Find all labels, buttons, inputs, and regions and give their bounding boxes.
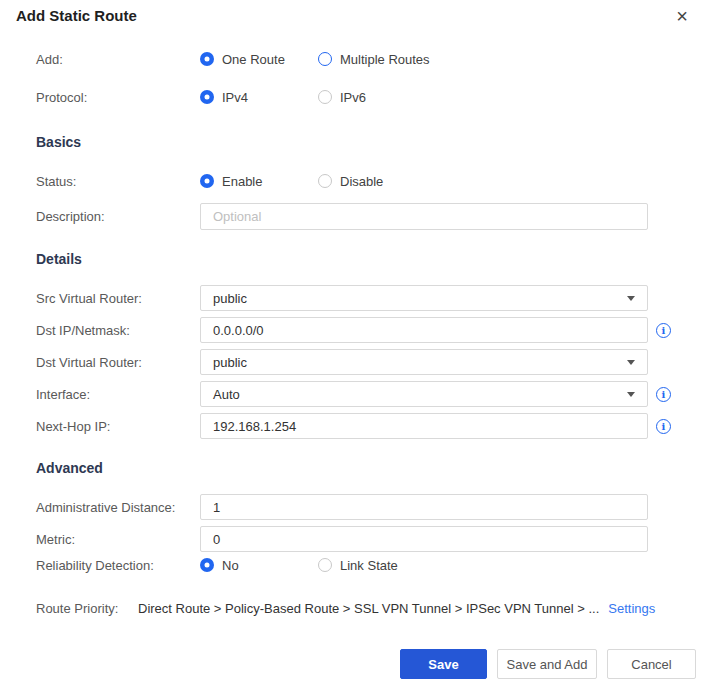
- info-icon[interactable]: i: [656, 419, 671, 434]
- interface-select[interactable]: Auto: [200, 381, 648, 407]
- description-label: Description:: [36, 209, 200, 224]
- administrative-distance-input[interactable]: [200, 494, 648, 520]
- radio-ipv4[interactable]: IPv4: [200, 90, 318, 105]
- src-virtual-router-select[interactable]: public: [200, 285, 648, 311]
- metric-row: Metric:: [36, 526, 706, 552]
- dst-virtual-router-label: Dst Virtual Router:: [36, 355, 200, 370]
- radio-unselected-icon[interactable]: [318, 90, 332, 104]
- reliability-detection-row: Reliability Detection: No Link State: [36, 556, 706, 574]
- route-priority-settings-link[interactable]: Settings: [608, 601, 655, 616]
- cancel-button[interactable]: Cancel: [607, 649, 696, 679]
- protocol-row: Protocol: IPv4 IPv6: [36, 88, 706, 106]
- metric-input[interactable]: [200, 526, 648, 552]
- radio-no-label: No: [222, 558, 239, 573]
- dst-virtual-router-row: Dst Virtual Router: public: [36, 349, 706, 375]
- save-and-add-button[interactable]: Save and Add: [497, 649, 597, 679]
- radio-selected-icon[interactable]: [200, 90, 214, 104]
- radio-ipv6-label: IPv6: [340, 90, 366, 105]
- chevron-down-icon: [627, 296, 635, 301]
- description-input[interactable]: [200, 203, 648, 230]
- metric-label: Metric:: [36, 532, 200, 547]
- radio-enable[interactable]: Enable: [200, 174, 318, 189]
- next-hop-ip-label: Next-Hop IP:: [36, 419, 200, 434]
- radio-disable[interactable]: Disable: [318, 174, 383, 189]
- section-basics: Basics: [36, 134, 81, 150]
- close-icon[interactable]: ×: [670, 4, 694, 28]
- radio-selected-icon[interactable]: [200, 52, 214, 66]
- dst-virtual-router-select[interactable]: public: [200, 349, 648, 375]
- dst-ip-netmask-input[interactable]: [200, 317, 648, 343]
- radio-ipv4-label: IPv4: [222, 90, 248, 105]
- radio-one-route[interactable]: One Route: [200, 52, 318, 67]
- route-priority-value: Direct Route > Policy-Based Route > SSL …: [138, 601, 599, 616]
- administrative-distance-label: Administrative Distance:: [36, 500, 200, 515]
- interface-label: Interface:: [36, 387, 200, 402]
- radio-ipv6[interactable]: IPv6: [318, 90, 366, 105]
- src-virtual-router-row: Src Virtual Router: public: [36, 285, 706, 311]
- section-advanced: Advanced: [36, 460, 103, 476]
- radio-no[interactable]: No: [200, 558, 318, 573]
- dst-ip-netmask-row: Dst IP/Netmask: i: [36, 317, 706, 343]
- radio-multiple-routes[interactable]: Multiple Routes: [318, 52, 430, 67]
- radio-unselected-icon[interactable]: [318, 52, 332, 66]
- radio-enable-label: Enable: [222, 174, 262, 189]
- radio-unselected-icon[interactable]: [318, 558, 332, 572]
- section-details: Details: [36, 251, 82, 267]
- radio-one-route-label: One Route: [222, 52, 285, 67]
- radio-link-state-label: Link State: [340, 558, 398, 573]
- dst-ip-netmask-label: Dst IP/Netmask:: [36, 323, 200, 338]
- radio-unselected-icon[interactable]: [318, 174, 332, 188]
- dialog-title: Add Static Route: [16, 7, 137, 24]
- administrative-distance-row: Administrative Distance:: [36, 494, 706, 520]
- status-row: Status: Enable Disable: [36, 172, 706, 190]
- chevron-down-icon: [627, 360, 635, 365]
- route-priority-label: Route Priority:: [36, 601, 138, 616]
- next-hop-ip-input[interactable]: [200, 413, 648, 439]
- radio-link-state[interactable]: Link State: [318, 558, 398, 573]
- radio-selected-icon[interactable]: [200, 558, 214, 572]
- status-label: Status:: [36, 174, 200, 189]
- chevron-down-icon: [627, 392, 635, 397]
- dst-virtual-router-value: public: [213, 355, 247, 370]
- src-virtual-router-label: Src Virtual Router:: [36, 291, 200, 306]
- save-button[interactable]: Save: [400, 649, 487, 679]
- protocol-label: Protocol:: [36, 90, 200, 105]
- button-bar: Save Save and Add Cancel: [400, 649, 696, 679]
- add-row: Add: One Route Multiple Routes: [36, 50, 706, 68]
- interface-row: Interface: Auto i: [36, 381, 706, 407]
- info-icon[interactable]: i: [656, 387, 671, 402]
- radio-selected-icon[interactable]: [200, 174, 214, 188]
- radio-multiple-routes-label: Multiple Routes: [340, 52, 430, 67]
- interface-value: Auto: [213, 387, 240, 402]
- next-hop-ip-row: Next-Hop IP: i: [36, 413, 706, 439]
- info-icon[interactable]: i: [656, 323, 671, 338]
- radio-disable-label: Disable: [340, 174, 383, 189]
- add-label: Add:: [36, 52, 200, 67]
- src-virtual-router-value: public: [213, 291, 247, 306]
- reliability-detection-label: Reliability Detection:: [36, 558, 200, 573]
- description-row: Description:: [36, 203, 706, 230]
- route-priority-row: Route Priority: Direct Route > Policy-Ba…: [36, 599, 706, 617]
